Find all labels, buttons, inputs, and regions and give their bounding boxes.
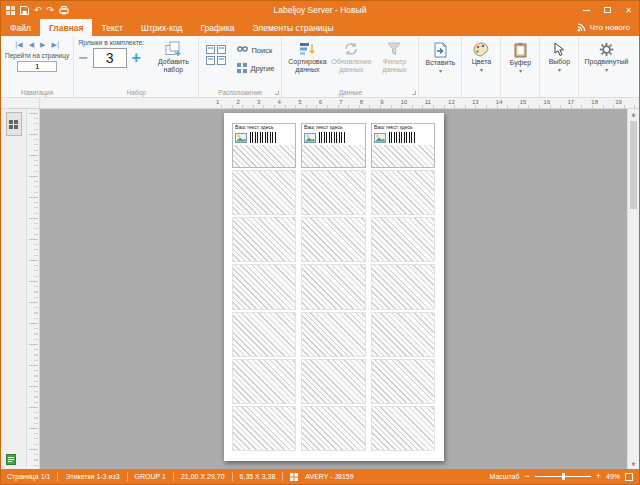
ribbon-group-clipboard: Буфер ▾ <box>501 36 540 97</box>
print-icon[interactable] <box>59 6 69 15</box>
layout-grid-icon <box>205 44 227 66</box>
label-cell-designed[interactable]: Ваш текст здесь <box>301 123 366 168</box>
scroll-down-icon[interactable]: ▼ <box>632 459 636 469</box>
ribbon-group-data: Сортировка данных Обновление данных Филь… <box>282 36 419 97</box>
vertical-scrollbar[interactable]: ▲ ▼ <box>627 109 639 469</box>
others-button[interactable]: Другие <box>234 61 277 75</box>
page-indicator-icon[interactable] <box>6 454 16 465</box>
select-label: Выбор <box>549 58 571 66</box>
label-text: Ваш текст здесь <box>374 125 424 130</box>
quick-access-toolbar: ↶ ↷ <box>6 6 69 15</box>
first-page-button[interactable]: |◀ <box>15 41 23 49</box>
window-controls: ✕ <box>576 1 639 19</box>
zoom-label: Масштаб <box>490 473 520 480</box>
undo-icon[interactable]: ↶ <box>34 6 42 15</box>
label-hatch-area <box>372 145 435 167</box>
left-panel-strip <box>1 109 27 469</box>
save-icon[interactable] <box>20 6 29 15</box>
side-panel-tab[interactable] <box>6 112 22 136</box>
others-grid-icon <box>237 63 247 73</box>
next-page-button[interactable]: ▶ <box>40 41 45 49</box>
close-button[interactable]: ✕ <box>618 1 639 19</box>
label-cell-empty[interactable] <box>371 217 436 262</box>
label-cell-empty[interactable] <box>301 170 366 215</box>
image-placeholder-icon <box>304 133 316 143</box>
label-cell-empty[interactable] <box>301 217 366 262</box>
feed-icon <box>577 23 586 32</box>
ruler-number: 8 <box>360 99 363 105</box>
label-cell-empty[interactable] <box>232 359 297 404</box>
search-button[interactable]: Поиск <box>234 43 277 57</box>
colors-button[interactable]: Цвета ▾ <box>466 39 496 73</box>
scroll-up-icon[interactable]: ▲ <box>632 109 636 119</box>
label-cell-designed[interactable]: Ваш текст здесь <box>371 123 436 168</box>
zoom-slider[interactable] <box>535 476 591 477</box>
tab-2[interactable]: Главная <box>40 19 93 36</box>
palette-icon <box>473 42 489 57</box>
add-set-icon <box>165 41 182 57</box>
insert-icon <box>433 42 448 58</box>
design-canvas[interactable]: Ваш текст здесьВаш текст здесьВаш текст … <box>40 109 627 469</box>
horizontal-ruler: 1234567891011121314151617181920 <box>40 98 639 109</box>
titlebar: ↶ ↷ Labeljoy Server - Новый ✕ <box>1 1 639 19</box>
prev-page-button[interactable]: ◀ <box>29 41 34 49</box>
goto-page-input[interactable] <box>17 61 57 72</box>
zoom-in-button[interactable]: + <box>596 472 601 481</box>
tab-3[interactable]: Текст <box>92 19 131 36</box>
colors-dropdown-icon: ▾ <box>480 67 483 73</box>
clipboard-button[interactable]: Буфер ▾ <box>505 39 535 74</box>
clipboard-icon <box>514 42 527 58</box>
label-cell-empty[interactable] <box>232 170 297 215</box>
layout-button[interactable] <box>203 39 229 66</box>
ruler-number: 15 <box>520 99 527 105</box>
label-cell-empty[interactable] <box>371 170 436 215</box>
tab-6[interactable]: Элементы страницы <box>243 19 342 36</box>
data-expander-icon[interactable] <box>412 91 416 95</box>
tab-4[interactable]: Штрих-код <box>132 19 192 36</box>
decrease-count-button[interactable]: − <box>78 52 87 64</box>
arrangement-expander-icon[interactable] <box>275 91 279 95</box>
label-page[interactable]: Ваш текст здесьВаш текст здесьВаш текст … <box>224 113 444 461</box>
label-cell-empty[interactable] <box>232 217 297 262</box>
maximize-button[interactable] <box>597 1 618 19</box>
select-button[interactable]: Выбор ▾ <box>544 39 574 73</box>
page-nav-arrows: |◀ ◀ ▶ ▶| <box>13 39 61 52</box>
whats-new-button[interactable]: Что нового <box>577 19 639 36</box>
minimize-button[interactable] <box>576 1 597 19</box>
label-cell-empty[interactable] <box>232 406 297 451</box>
insert-button[interactable]: Вставить ▾ <box>423 39 457 74</box>
group-label-set: Набор <box>74 89 198 96</box>
label-cell-empty[interactable] <box>301 406 366 451</box>
label-cell-designed[interactable]: Ваш текст здесь <box>232 123 297 168</box>
label-cell-empty[interactable] <box>371 359 436 404</box>
label-cell-empty[interactable] <box>232 264 297 309</box>
redo-icon[interactable]: ↷ <box>47 6 55 15</box>
scrollbar-thumb[interactable] <box>630 121 637 209</box>
ruler-number: 10 <box>401 99 408 105</box>
add-set-button[interactable]: Добавить набор <box>152 39 194 74</box>
ribbon-group-arrangement: Поиск Другие Расположение <box>199 36 282 97</box>
label-cell-empty[interactable] <box>371 264 436 309</box>
ruler-number: 19 <box>615 99 622 105</box>
label-cell-empty[interactable] <box>371 312 436 357</box>
barcode <box>319 132 345 143</box>
ribbon-group-select: Выбор ▾ <box>540 36 579 97</box>
label-cell-empty[interactable] <box>301 312 366 357</box>
label-count-value[interactable]: 3 <box>93 48 127 68</box>
label-cell-empty[interactable] <box>301 359 366 404</box>
zoom-slider-thumb[interactable] <box>562 473 565 480</box>
ruler-number: 7 <box>339 99 342 105</box>
fit-page-icon[interactable] <box>625 473 633 481</box>
advanced-button[interactable]: Продвинутый ▾ <box>583 39 629 73</box>
ribbon-group-advanced: Продвинутый ▾ <box>579 36 633 97</box>
last-page-button[interactable]: ▶| <box>52 41 60 49</box>
tab-1[interactable]: Файл <box>1 19 40 36</box>
label-cell-empty[interactable] <box>301 264 366 309</box>
increase-count-button[interactable]: + <box>132 52 141 64</box>
sort-data-button[interactable]: Сортировка данных <box>286 39 328 74</box>
label-cell-empty[interactable] <box>232 312 297 357</box>
label-cell-empty[interactable] <box>371 406 436 451</box>
cursor-icon <box>553 42 565 57</box>
zoom-out-button[interactable]: − <box>524 472 529 481</box>
tab-5[interactable]: Графика <box>191 19 243 36</box>
